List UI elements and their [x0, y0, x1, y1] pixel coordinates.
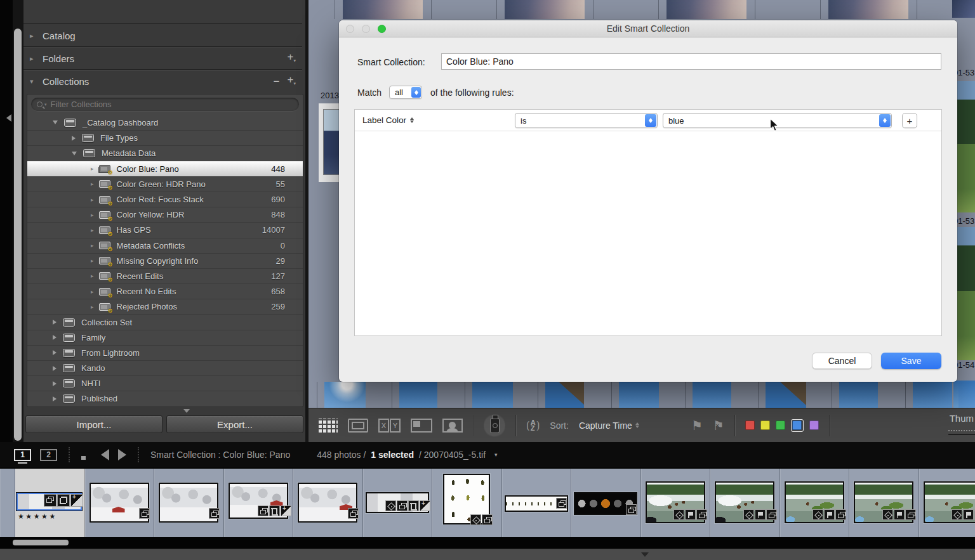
collection-set-collection-set[interactable]: Collection Set	[27, 314, 303, 329]
smart-collection-rejected-photos[interactable]: ▸ Rejected Photos 259	[27, 299, 303, 314]
disclosure-icon[interactable]: ▸	[91, 289, 94, 295]
collection-badge-icon[interactable]	[766, 509, 777, 520]
smart-collection-name-input[interactable]: Color Blue: Pano	[441, 53, 941, 70]
keyword-badge-icon[interactable]	[385, 500, 396, 511]
collection-badge-icon[interactable]	[258, 505, 269, 516]
grid-photo[interactable]	[667, 0, 746, 19]
disclosure-icon[interactable]	[53, 320, 56, 325]
disclosure-icon[interactable]	[53, 381, 56, 386]
red-label-chip[interactable]	[745, 420, 755, 430]
filmstrip-thumbnail[interactable]	[571, 469, 641, 537]
smart-collection-color-red-focus-stack[interactable]: ▸ Color Red: Focus Stack 690	[27, 192, 303, 207]
disclosure-icon[interactable]	[72, 136, 76, 141]
grid-photo[interactable]	[693, 382, 731, 408]
filmstrip-thumbnail[interactable]	[849, 469, 919, 537]
grid-photo[interactable]	[343, 0, 423, 19]
panel-resize-handle[interactable]	[183, 409, 190, 413]
filmstrip-thumbnail[interactable]	[432, 469, 502, 537]
smart-collection-metadata-conflicts[interactable]: ▸ Metadata Conflicts 0	[27, 238, 303, 253]
green-label-chip[interactable]	[776, 420, 785, 430]
panel-collapse-arrow-icon[interactable]	[3, 114, 11, 122]
disclosure-icon[interactable]	[53, 120, 58, 124]
import-button[interactable]: Import...	[25, 415, 162, 433]
cancel-button[interactable]: Cancel	[812, 353, 872, 369]
grid-photo[interactable]	[839, 382, 878, 408]
collection-badge-icon[interactable]	[44, 494, 56, 507]
collection-badge-icon[interactable]	[556, 498, 567, 509]
flag-badge-icon[interactable]	[685, 509, 696, 520]
keyword-badge-icon[interactable]	[812, 509, 823, 520]
filmstrip-thumbnail[interactable]	[919, 469, 975, 537]
filmstrip-thumbnail[interactable]	[224, 469, 294, 537]
current-collection-path[interactable]: Smart Collection : Color Blue: Pano	[150, 450, 290, 460]
people-view-icon[interactable]	[442, 419, 463, 433]
filmstrip-thumbnail-selected[interactable]: ★★★★★	[15, 469, 85, 537]
collection-set-family[interactable]: Family	[27, 330, 303, 345]
grid-photo[interactable]	[324, 382, 366, 408]
grid-photo[interactable]	[619, 382, 659, 408]
smart-collection-color-blue-pano[interactable]: ▸ Color Blue: Pano 448	[27, 161, 303, 176]
filmstrip-scrollbar-track[interactable]	[0, 537, 975, 549]
grid-photo[interactable]	[472, 382, 513, 408]
filmstrip-thumbnail[interactable]	[780, 469, 850, 537]
filmstrip-thumbnail[interactable]	[710, 469, 780, 537]
disclosure-icon[interactable]: ▸	[91, 273, 94, 279]
smart-collection-recent-no-edits[interactable]: ▸ Recent No Edits 658	[27, 283, 303, 299]
grid-photo[interactable]	[957, 81, 975, 212]
disclosure-icon[interactable]: ▸	[91, 227, 94, 233]
collection-set-kando[interactable]: Kando	[27, 360, 303, 375]
collection-set-published[interactable]: Published	[27, 391, 303, 406]
primary-monitor-button[interactable]: 1	[14, 449, 31, 461]
thumbnail-size-slider[interactable]	[948, 430, 975, 435]
collection-set-nhti[interactable]: NHTI	[27, 375, 303, 391]
disclosure-icon[interactable]	[72, 152, 77, 155]
filter-collections-input[interactable]: ▾ Filter Collections	[31, 98, 299, 111]
develop-badge-icon[interactable]	[70, 494, 83, 507]
reject-flag-icon[interactable]: ⚑	[713, 419, 724, 432]
catalog-panel-header[interactable]: ▸ Catalog	[23, 25, 302, 46]
filmstrip-thumbnail[interactable]	[293, 469, 363, 537]
zoom-window-icon[interactable]	[378, 25, 386, 33]
develop-badge-icon[interactable]	[281, 505, 291, 516]
chevron-down-icon[interactable]: ▾	[494, 452, 498, 458]
add-folder-button[interactable]: +▾	[288, 53, 296, 65]
grid-photo[interactable]	[958, 382, 975, 408]
collections-panel-header[interactable]: ▾ Collections − +▾	[23, 71, 302, 92]
collection-badge-icon[interactable]	[397, 500, 408, 511]
minimize-window-icon[interactable]	[362, 25, 370, 33]
disclosure-icon[interactable]	[53, 335, 56, 340]
star-rating[interactable]: ★★★★★	[18, 512, 57, 521]
smart-collection-missing-copyright-info[interactable]: ▸ Missing Copyright Info 29	[27, 253, 303, 268]
save-button[interactable]: Save	[881, 353, 941, 369]
collection-badge-icon[interactable]	[139, 508, 150, 519]
disclosure-icon[interactable]	[53, 366, 56, 371]
collection-badge-icon[interactable]	[348, 508, 359, 519]
painter-spray-can-icon[interactable]	[484, 413, 505, 438]
filmstrip-thumbnail[interactable]	[85, 469, 155, 537]
collection-set-metadata-data[interactable]: Metadata Data	[27, 145, 303, 160]
show-panel-caret-icon[interactable]	[641, 552, 649, 557]
blue-label-chip-selected[interactable]	[791, 419, 804, 432]
grid-photo[interactable]	[952, 0, 975, 18]
smart-collection-has-gps[interactable]: ▸ Has GPS 14007	[27, 222, 303, 237]
collection-set-catalog-dashboard[interactable]: _Catalog Dashboard	[27, 115, 303, 130]
sidebar-scrollbar-thumb[interactable]	[14, 29, 22, 441]
sort-direction-icon[interactable]: ⟮ AZ ⟯	[526, 419, 540, 432]
collection-badge-icon[interactable]	[696, 509, 707, 520]
add-rule-button[interactable]: +	[902, 113, 917, 128]
add-collection-button[interactable]: +▾	[288, 75, 296, 88]
collection-badge-icon[interactable]	[482, 514, 493, 525]
close-window-icon[interactable]	[346, 25, 354, 33]
flag-badge-icon[interactable]	[755, 509, 766, 520]
disclosure-icon[interactable]: ▸	[91, 242, 94, 249]
keyword-badge-icon[interactable]	[952, 509, 962, 520]
disclosure-icon[interactable]: ▸	[91, 181, 94, 187]
collection-badge-icon[interactable]	[835, 509, 846, 520]
smart-collection-color-yellow-hdr[interactable]: ▸ Color Yellow: HDR 848	[27, 207, 303, 222]
collection-badge-icon[interactable]	[905, 509, 916, 520]
collection-badge-icon[interactable]	[209, 508, 220, 519]
grid-view-shortcut-icon[interactable]	[81, 450, 92, 460]
flag-badge-icon[interactable]	[963, 509, 974, 520]
survey-view-icon[interactable]	[411, 419, 432, 433]
grid-photo[interactable]	[505, 0, 585, 19]
